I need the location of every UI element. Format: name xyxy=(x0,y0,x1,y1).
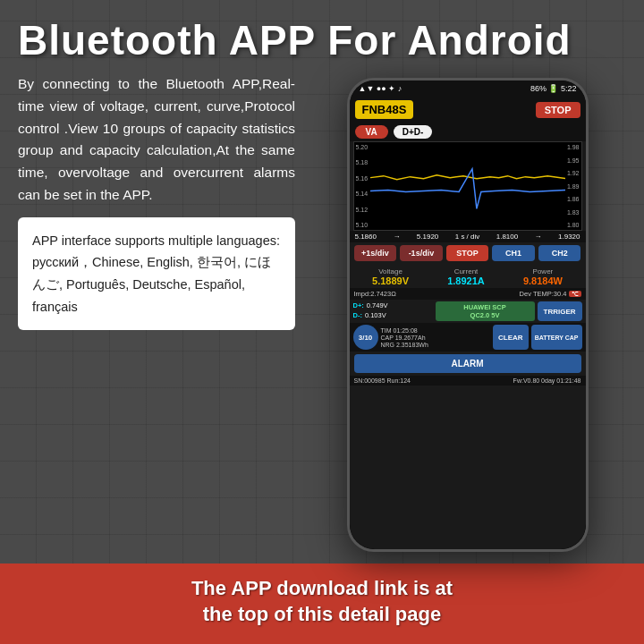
dd-row: D+: 0.749V D-: 0.103V HUAWEI SCP xyxy=(350,300,586,323)
temp-badge: ℃ xyxy=(569,291,581,297)
ch2-button[interactable]: CH2 xyxy=(538,245,581,261)
range-row: 5.1860 → 5.1920 1 s / div 1.8100 → 1.932… xyxy=(350,231,586,242)
stop-button[interactable]: STOP xyxy=(536,102,580,118)
dd-minus-val: 0.103V xyxy=(365,311,386,319)
power-value: 9.8184W xyxy=(523,275,563,286)
timer-row: 3/10 TIM 01:25:08 CAP 19.2677Ah NRG 2.35… xyxy=(350,323,586,352)
graph-svg xyxy=(370,142,565,227)
app-header: FNB48S STOP xyxy=(350,97,586,123)
current-label: Current xyxy=(447,267,485,275)
footer-right: Fw:V0.80 0day 01:21:48 xyxy=(513,377,581,384)
current-value: 1.8921A xyxy=(447,275,485,286)
plus-1s-div-button[interactable]: +1s/div xyxy=(354,245,397,261)
protocol-box: HUAWEI SCP QC2.0 5V xyxy=(436,301,535,321)
graph-area: 5.20 5.18 5.16 5.14 5.12 5.10 1.98 1.95 … xyxy=(353,141,582,231)
phone-mockup: ▲▼ ●● ✦ ♪ 86% 🔋 5:22 FNB48S STOP VA D+D- xyxy=(347,78,589,552)
clear-button[interactable]: CLEAR xyxy=(493,325,529,350)
current-stat: Current 1.8921A xyxy=(447,267,485,286)
range-left-from: 5.1860 xyxy=(355,233,377,241)
app-name-badge: FNB48S xyxy=(355,100,414,119)
status-right: 86% 🔋 5:22 xyxy=(530,84,577,93)
description-text: By connecting to the Bluetooth APP,Real-… xyxy=(18,73,295,207)
range-left-to: 5.1920 xyxy=(417,233,438,241)
power-label: Power xyxy=(523,267,563,275)
tab-va[interactable]: VA xyxy=(355,125,388,139)
protocol-line2: QC2.0 5V xyxy=(470,311,500,319)
footer-left: SN:000985 Run:124 xyxy=(354,377,411,384)
power-stat: Power 9.8184W xyxy=(523,267,563,286)
range-arrow-right: → xyxy=(535,233,542,241)
graph-labels-left: 5.20 5.18 5.16 5.14 5.12 5.10 xyxy=(356,142,369,230)
cap-value: CAP 19.2677Ah xyxy=(381,335,491,341)
dev-temp: Dev TEMP:30.4 ℃ xyxy=(520,290,581,298)
range-arrow-left: → xyxy=(393,233,400,241)
dd-minus-item: D-: 0.103V xyxy=(353,311,433,319)
counter-badge: 3/10 xyxy=(353,325,378,350)
status-bar: ▲▼ ●● ✦ ♪ 86% 🔋 5:22 xyxy=(350,80,586,97)
minus-1s-div-button[interactable]: -1s/div xyxy=(400,245,443,261)
bottom-text: The APP download link is atthe top of th… xyxy=(0,575,644,628)
language-text: APP interface supports multiple language… xyxy=(32,233,280,314)
tim-value: TIM 01:25:08 xyxy=(381,327,491,334)
stop-ctrl-button[interactable]: STOP xyxy=(446,245,489,261)
stats-row: Voltage 5.1889V Current 1.8921A Power 9.… xyxy=(350,264,586,288)
tab-dd[interactable]: D+D- xyxy=(394,125,433,139)
dd-left: D+: 0.749V D-: 0.103V xyxy=(353,301,433,321)
trriger-button[interactable]: TRRIGER xyxy=(538,301,582,321)
timer-info: TIM 01:25:08 CAP 19.2677Ah NRG 2.35183Wh xyxy=(381,325,491,350)
language-box: APP interface supports multiple language… xyxy=(18,217,295,331)
nrg-value: NRG 2.35183Wh xyxy=(381,342,491,348)
battery-cap-button[interactable]: BATTERY CAP xyxy=(531,325,582,350)
page-title: Bluetooth APP For Android xyxy=(18,16,626,64)
voltage-label: Voltage xyxy=(372,267,409,275)
app-footer: SN:000985 Run:124 Fw:V0.80 0day 01:21:48 xyxy=(350,376,586,386)
alarm-row: ALARM xyxy=(350,352,586,376)
range-right-to: 1.9320 xyxy=(558,233,580,241)
dd-plus-item: D+: 0.749V xyxy=(353,301,433,309)
range-right-from: 1.8100 xyxy=(496,233,518,241)
voltage-value: 5.1889V xyxy=(372,275,409,286)
app-content: FNB48S STOP VA D+D- 5.20 5.18 xyxy=(350,97,586,549)
bottom-text-area: The APP download link is atthe top of th… xyxy=(0,575,644,628)
dd-plus-label: D+: xyxy=(353,301,364,309)
tabs-row: VA D+D- xyxy=(350,123,586,141)
dd-minus-label: D-: xyxy=(353,311,362,319)
graph-labels-right: 1.98 1.95 1.92 1.89 1.86 1.83 1.80 xyxy=(567,142,580,230)
phone-screen: ▲▼ ●● ✦ ♪ 86% 🔋 5:22 FNB48S STOP VA D+D- xyxy=(350,80,586,549)
impd-row: Impd:2.7423Ω Dev TEMP:30.4 ℃ xyxy=(350,288,586,300)
impd-value: Impd:2.7423Ω xyxy=(354,290,396,298)
ch1-button[interactable]: CH1 xyxy=(492,245,535,261)
ctrl-row: +1s/div -1s/div STOP CH1 CH2 xyxy=(350,242,586,264)
status-left: ▲▼ ●● ✦ ♪ xyxy=(359,84,402,93)
range-div: 1 s / div xyxy=(455,233,480,241)
protocol-line1: HUAWEI SCP xyxy=(463,303,506,311)
dd-plus-val: 0.749V xyxy=(367,301,388,309)
voltage-stat: Voltage 5.1889V xyxy=(372,267,409,286)
alarm-button[interactable]: ALARM xyxy=(354,354,581,373)
